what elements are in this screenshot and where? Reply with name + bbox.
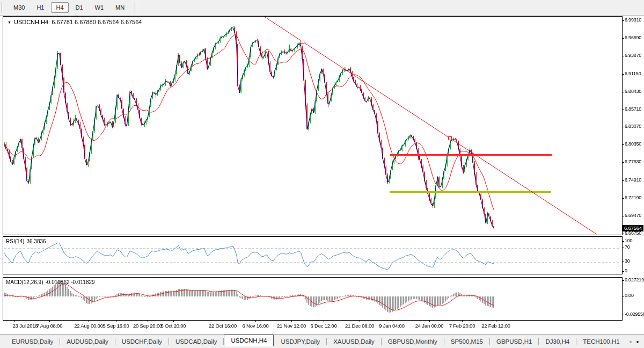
toolbar-grip[interactable]	[2, 2, 4, 13]
chart-tab-tech100-h1[interactable]: TECH100,H1	[576, 336, 626, 347]
timeframe-button-mn[interactable]: MN	[111, 2, 129, 13]
chart-title: ▼USDCNH,H4 6.67781 6.67880 6.67564 6.675…	[8, 19, 142, 25]
toolbar-separator	[135, 2, 137, 13]
chevron-down-icon[interactable]: ▼	[8, 20, 11, 24]
rsi-indicator-panel: RSI(14)36.3836	[3, 236, 623, 274]
tabs-scroll-left-button[interactable]: ◂	[626, 338, 634, 345]
chart-symbol-period: USDCNH,H4	[14, 19, 48, 25]
chart-tab-bar: EURUSD,DailyAUDUSD,DailyUSDCHF,DailyUSDC…	[0, 334, 644, 348]
tab-scroll-arrows: ◂ ▸	[626, 335, 642, 348]
rsi-label: RSI(14)36.3836	[6, 238, 48, 244]
chart-tabs: EURUSD,DailyAUDUSD,DailyUSDCHF,DailyUSDC…	[5, 335, 626, 348]
chart-tab-dj30-h4[interactable]: DJ30,H4	[539, 336, 576, 347]
price-chart-canvas[interactable]	[3, 17, 622, 235]
chart-client-area: ▼USDCNH,H4 6.67781 6.67880 6.67564 6.675…	[0, 16, 644, 334]
chart-ohlc-values: 6.67781 6.67880 6.67564 6.67564	[52, 19, 142, 25]
chart-tab-eurusd-daily[interactable]: EURUSD,Daily	[5, 336, 60, 347]
macd-indicator-values: -0.010862 -0.011829	[45, 279, 94, 285]
timeframe-button-w1[interactable]: W1	[90, 2, 109, 13]
current-price-label: 6.67564	[623, 225, 643, 231]
timeframe-button-d1[interactable]: D1	[71, 2, 88, 13]
current-price-value: 6.67564	[624, 225, 642, 231]
timeframe-button-h1[interactable]: H1	[32, 2, 49, 13]
timeframe-button-m30[interactable]: M30	[9, 2, 30, 13]
rsi-indicator-name: RSI(14)	[6, 238, 24, 244]
chart-tab-sp500-m15[interactable]: SP500,M15	[444, 336, 489, 347]
tabs-scroll-right-button[interactable]: ▸	[634, 338, 642, 345]
chart-tab-usdjpy-daily[interactable]: USDJPY,Daily	[274, 336, 326, 347]
timeframe-toolbar: M30H1H4D1W1MN	[0, 0, 644, 16]
chart-tab-gbpusd-monthly[interactable]: GBPUSD,Monthly	[382, 336, 444, 347]
mt4-window: M30H1H4D1W1MN ▼USDCNH,H4 6.67781 6.67880…	[0, 0, 644, 348]
price-chart-panel: ▼USDCNH,H4 6.67781 6.67880 6.67564 6.675…	[3, 16, 623, 235]
chart-tab-usdcad-daily[interactable]: USDCAD,Daily	[169, 336, 223, 347]
timeframe-button-h4[interactable]: H4	[51, 2, 68, 13]
timeframe-buttons: M30H1H4D1W1MN	[8, 2, 130, 13]
chart-tab-xauusd-daily[interactable]: XAUUSD,Daily	[327, 336, 381, 347]
chart-tab-gbpusd-h1[interactable]: GBPUSD,H1	[490, 336, 538, 347]
macd-indicator-name: MACD(12,26,9)	[6, 279, 43, 285]
macd-indicator-panel: MACD(12,26,9)-0.010862 -0.011829	[3, 277, 623, 321]
chart-tab-usdcnh-h4[interactable]: USDCNH,H4	[224, 335, 274, 346]
rsi-canvas[interactable]	[3, 237, 622, 274]
chart-tab-audusd-daily[interactable]: AUDUSD,Daily	[60, 336, 114, 347]
chart-tab-usdchf-daily[interactable]: USDCHF,Daily	[115, 336, 169, 347]
rsi-indicator-value: 36.3836	[26, 238, 46, 244]
macd-label: MACD(12,26,9)-0.010862 -0.011829	[6, 279, 97, 285]
